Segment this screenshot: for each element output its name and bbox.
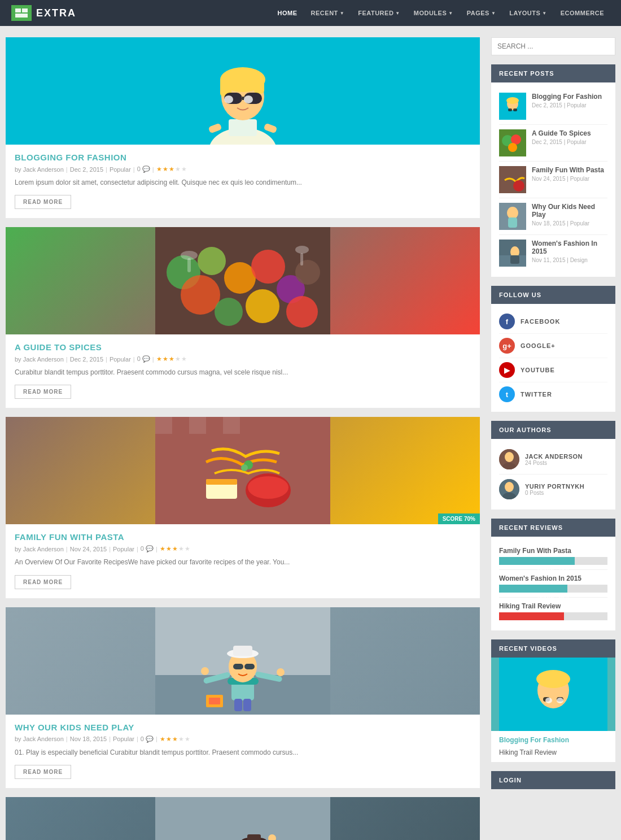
recent-post-item[interactable]: Family Fun With Pasta Nov 24, 2015 | Pop… <box>499 162 607 198</box>
googleplus-follow[interactable]: g+ GOOGLE+ <box>499 334 607 358</box>
svg-rect-72 <box>247 834 261 840</box>
svg-rect-61 <box>209 698 220 704</box>
twitter-label: TWITTER <box>521 391 552 398</box>
video-title-link[interactable]: Blogging For Fashion <box>499 736 569 744</box>
article-meta: by Jack Anderson | Nov 24, 2015 | Popula… <box>15 545 471 552</box>
read-more-button[interactable]: READ MORE <box>15 385 71 399</box>
video-secondary-text: Hiking Trail Review <box>491 746 615 762</box>
read-more-button[interactable]: READ MORE <box>15 575 71 589</box>
article-title[interactable]: A GUIDE TO SPICES <box>15 342 471 352</box>
review-bar-wrap: SCORE: 63% <box>499 585 607 593</box>
article-card: WHY OUR KIDS NEED PLAY by Jack Anderson … <box>6 607 480 788</box>
read-more-button[interactable]: READ MORE <box>15 765 71 779</box>
article-title[interactable]: BLOGGING FOR FASHION <box>15 153 471 162</box>
logo-text: EXTRA <box>36 7 76 19</box>
svg-point-22 <box>224 262 256 294</box>
nav-layouts[interactable]: LAYOUTS ▼ <box>504 6 552 20</box>
nav-modules[interactable]: MODULES ▼ <box>408 6 459 20</box>
svg-rect-91 <box>508 108 512 111</box>
logo[interactable]: EXTRA <box>11 5 76 21</box>
article-image-wrap: SCORE 70% <box>6 417 480 524</box>
author-item[interactable]: JACK ANDERSON 24 Posts <box>499 445 607 475</box>
review-item: Family Fun With Pasta SCORE: 70% <box>499 542 607 570</box>
article-card: A GUIDE TO SPICES by Jack Anderson | Dec… <box>6 227 480 408</box>
article-excerpt: Curabitur blandit tempus porttitor. Prae… <box>15 367 471 378</box>
author-item[interactable]: YURIY PORTNYKH 0 Posts <box>499 475 607 504</box>
nav-home[interactable]: HOME <box>272 6 303 20</box>
article-excerpt: 01. Play is especially beneficial Curabi… <box>15 747 471 758</box>
svg-rect-53 <box>244 664 255 669</box>
recent-post-thumb <box>499 166 526 193</box>
article-excerpt: Lorem ipsum dolor sit amet, consectetur … <box>15 177 471 188</box>
recent-post-meta: Dec 2, 2015 | Popular <box>532 139 591 145</box>
login-section: LOGIN <box>491 771 615 789</box>
svg-rect-13 <box>242 97 244 100</box>
svg-point-110 <box>505 482 514 492</box>
reviews-section: RECENT REVIEWS Family Fun With Pasta SCO… <box>491 519 615 630</box>
twitter-icon: t <box>499 386 515 402</box>
svg-rect-101 <box>508 217 517 228</box>
article-category: Popular <box>113 546 134 552</box>
svg-point-15 <box>244 95 253 103</box>
read-more-button[interactable]: READ MORE <box>15 195 71 209</box>
svg-point-20 <box>198 247 226 275</box>
author-avatar <box>499 449 519 469</box>
article-meta: by Jack Anderson | Dec 2, 2015 | Popular… <box>15 166 471 173</box>
twitter-follow[interactable]: t TWITTER <box>499 382 607 406</box>
article-meta: by Jack Anderson | Nov 18, 2015 | Popula… <box>15 735 471 743</box>
svg-point-118 <box>557 698 563 703</box>
recent-post-thumb <box>499 129 526 156</box>
svg-point-117 <box>545 698 552 703</box>
article-image-wrap <box>6 607 480 715</box>
recent-post-info: A Guide To Spices Dec 2, 2015 | Popular <box>532 129 591 145</box>
article-image <box>6 227 480 334</box>
recent-post-item[interactable]: Why Our Kids Need Play Nov 18, 2015 | Po… <box>499 198 607 235</box>
article-stars: ★★★★★ <box>160 735 190 743</box>
search-input[interactable] <box>491 37 615 55</box>
recent-post-meta: Nov 24, 2015 | Popular <box>532 176 604 182</box>
svg-point-107 <box>505 452 514 462</box>
recent-post-title: A Guide To Spices <box>532 129 591 137</box>
score-badge: SCORE 70% <box>438 513 480 524</box>
article-title[interactable]: WHY OUR KIDS NEED PLAY <box>15 723 471 732</box>
article-image <box>6 37 480 145</box>
article-title[interactable]: FAMILY FUN WITH PASTA <box>15 532 471 542</box>
svg-point-57 <box>277 668 285 676</box>
article-excerpt: An Overview Of Our Favorite RecipesWe ha… <box>15 557 471 568</box>
recent-post-title: Why Our Kids Need Play <box>532 203 607 219</box>
article-category: Popular <box>113 735 134 742</box>
author-info: JACK ANDERSON 24 Posts <box>525 453 583 466</box>
review-bar <box>499 612 564 620</box>
svg-rect-63 <box>155 797 330 840</box>
article-body: BLOGGING FOR FASHION by Jack Anderson | … <box>6 145 480 218</box>
nav-recent[interactable]: RECENT ▼ <box>305 6 351 20</box>
article-category: Popular <box>110 356 131 363</box>
svg-rect-30 <box>187 258 191 272</box>
review-score: SCORE: 60% <box>499 620 607 628</box>
article-author: by Jack Anderson <box>15 735 64 742</box>
facebook-follow[interactable]: f FACEBOOK <box>499 310 607 334</box>
googleplus-icon: g+ <box>499 338 515 354</box>
article-card: BLOGGING FOR FASHION by Jack Anderson | … <box>6 37 480 218</box>
svg-rect-35 <box>155 417 172 434</box>
svg-rect-1 <box>22 8 28 12</box>
recent-post-item[interactable]: Women's Fashion In 2015 Nov 11, 2015 | D… <box>499 235 607 271</box>
nav-pages[interactable]: PAGES ▼ <box>461 6 502 20</box>
article-image: SCORE 70% <box>6 417 480 524</box>
recent-post-item[interactable]: Blogging For Fashion Dec 2, 2015 | Popul… <box>499 88 607 125</box>
youtube-follow[interactable]: ▶ YOUTUBE <box>499 358 607 382</box>
svg-rect-92 <box>513 108 517 111</box>
nav-featured[interactable]: FEATURED ▼ <box>352 6 406 20</box>
author-info: YURIY PORTNYKH 0 Posts <box>525 483 584 496</box>
recent-post-info: Why Our Kids Need Play Nov 18, 2015 | Po… <box>532 203 607 227</box>
nav-ecommerce[interactable]: ECOMMERCE <box>555 6 610 20</box>
svg-point-98 <box>513 180 524 191</box>
recent-post-item[interactable]: A Guide To Spices Dec 2, 2015 | Popular <box>499 125 607 162</box>
video-link[interactable]: Blogging For Fashion <box>491 731 615 746</box>
article-comments: 0 💬 <box>141 545 154 552</box>
review-score: SCORE: 70% <box>499 565 607 573</box>
svg-rect-58 <box>234 699 242 711</box>
logo-icon <box>11 5 32 21</box>
svg-point-26 <box>246 289 279 323</box>
article-date: Dec 2, 2015 <box>70 356 103 363</box>
